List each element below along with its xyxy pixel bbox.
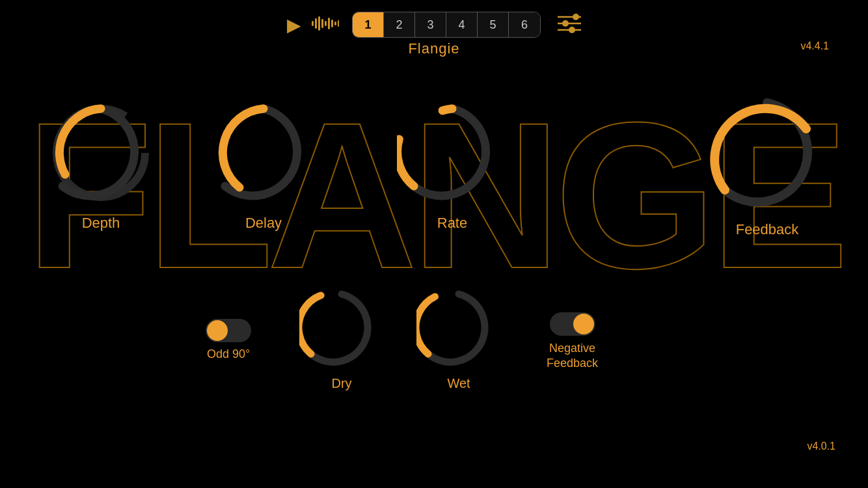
svg-rect-2 — [318, 16, 320, 31]
version-bottom: v4.0.1 — [807, 441, 835, 452]
rate-knob-group: Rate — [397, 98, 508, 232]
preset-tabs: 1 2 3 4 5 6 — [352, 12, 541, 38]
svg-point-12 — [562, 20, 569, 27]
svg-rect-5 — [328, 18, 330, 29]
wet-knob[interactable] — [416, 286, 501, 371]
preset-tab-6[interactable]: 6 — [509, 12, 540, 37]
delay-knob-group: Delay — [208, 98, 319, 232]
depth-knob-group: Depth — [46, 98, 156, 232]
header: ▶ 1 2 3 4 5 6 — [0, 0, 868, 38]
svg-rect-3 — [321, 19, 323, 28]
settings-button[interactable] — [558, 13, 581, 36]
svg-point-14 — [569, 27, 575, 33]
dry-knob-group: Dry — [299, 286, 384, 391]
preset-tab-5[interactable]: 5 — [478, 12, 509, 37]
svg-rect-4 — [325, 21, 327, 26]
dry-knob[interactable] — [299, 286, 384, 371]
preset-tab-3[interactable]: 3 — [415, 12, 446, 37]
preset-tab-4[interactable]: 4 — [446, 12, 478, 37]
wet-knob-group: Wet — [416, 286, 501, 391]
negative-feedback-toggle-group: NegativeFeedback — [547, 312, 598, 372]
rate-knob[interactable] — [397, 98, 508, 208]
svg-rect-1 — [315, 18, 317, 29]
preset-name: Flangie — [408, 40, 459, 57]
feedback-label: Feedback — [736, 221, 799, 238]
feedback-knob-group: Feedback — [705, 91, 829, 238]
delay-label: Delay — [245, 215, 282, 232]
svg-rect-6 — [331, 20, 333, 27]
svg-rect-0 — [312, 21, 314, 26]
dry-label: Dry — [331, 376, 351, 391]
odd90-label: Odd 90° — [207, 347, 250, 361]
preset-tab-2[interactable]: 2 — [384, 12, 415, 37]
waveform-icon — [312, 16, 339, 34]
svg-rect-7 — [334, 21, 336, 25]
depth-knob[interactable] — [46, 98, 156, 208]
delay-knob[interactable] — [208, 98, 319, 208]
feedback-knob[interactable] — [705, 91, 829, 215]
negative-feedback-toggle[interactable] — [550, 312, 595, 336]
version-top: v4.4.1 — [800, 40, 829, 52]
odd90-toggle[interactable] — [206, 319, 251, 342]
svg-point-10 — [573, 14, 579, 20]
depth-label: Depth — [82, 215, 120, 232]
wet-label: Wet — [447, 376, 470, 391]
preset-tab-1[interactable]: 1 — [353, 12, 384, 37]
odd90-toggle-group: Odd 90° — [206, 319, 251, 361]
negative-feedback-label: NegativeFeedback — [547, 341, 598, 372]
rate-label: Rate — [437, 215, 467, 232]
svg-rect-8 — [338, 20, 339, 27]
play-button[interactable]: ▶ — [287, 14, 301, 36]
